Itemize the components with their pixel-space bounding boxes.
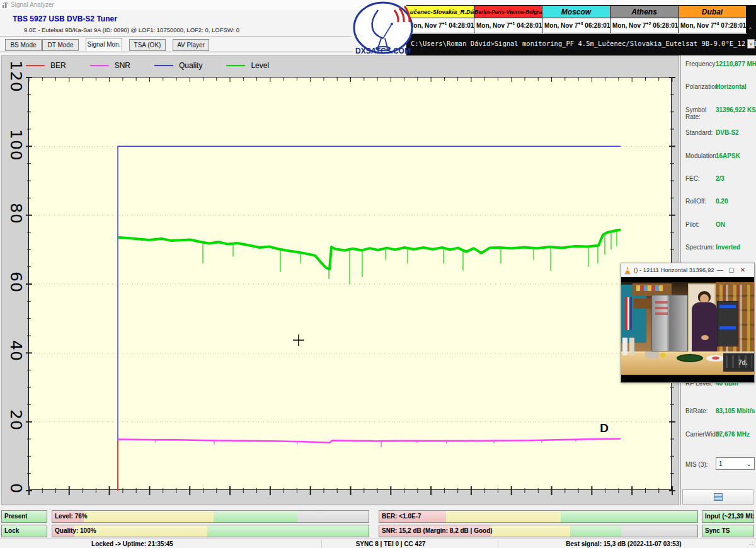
clock-date: Mon, Nov 7	[612, 22, 646, 29]
sync-status: SYNC 8 | TEI 0 | CC 427	[321, 540, 460, 547]
video-window-titlebar[interactable]: () - 12111 Horizontal 31396,92... — ▢ ✕	[621, 263, 754, 277]
chef-body	[692, 302, 717, 353]
bar-label: Lock	[4, 527, 19, 534]
chef-hands	[701, 335, 709, 340]
video-frame[interactable]: 7d.	[621, 277, 754, 382]
clock-cell: Dubai Mon, Nov 7 +4 07:28:01	[679, 5, 747, 33]
parameter-rows: Frequency: 12110,877 MHz Polarization: H…	[681, 60, 756, 267]
clock-hms: 05:28:01	[653, 22, 678, 29]
clock-city-label: Berlin-Paris-Vienna-Belgrade	[474, 6, 542, 18]
y-axis-tick-label: 100	[7, 129, 25, 161]
bar-label: Sync TS	[705, 527, 730, 534]
tab[interactable]: BS Mode	[5, 39, 42, 51]
header: TBS 5927 USB DVB-S2 Tuner 9.0E - Eutelsa…	[0, 9, 756, 55]
tab[interactable]: TSA (OK)	[129, 39, 166, 51]
y-axis-tick-label: 60	[7, 271, 25, 293]
clock-city-label: Moscow	[542, 6, 610, 18]
scroll-up-icon[interactable]: ^	[749, 26, 752, 31]
y-axis-tick-label: 80	[7, 203, 25, 224]
bar-segment-green	[561, 511, 697, 522]
clock-date: Mon, Nov 7	[476, 22, 510, 29]
best-signal-status: Best signal: 15,3 dB (2022-11-07 03:53)	[498, 540, 750, 547]
parameter-label: Pilot:	[685, 221, 716, 230]
tab-bar-underline	[0, 52, 353, 52]
legend-line-swatch	[226, 65, 245, 66]
clock-cell: Lučenec-Slovakia_R.Dávid Mon, Nov 7 +1 0…	[406, 5, 474, 33]
clock-time: Mon, Nov 7 +2 05:28:01	[610, 18, 678, 33]
legend-line-swatch	[26, 65, 45, 66]
parameter-label: RollOff:	[685, 198, 716, 207]
clock-hms: 06:28:01	[585, 22, 610, 29]
chart-legend: BER SNR Quality Level	[26, 61, 293, 70]
bar-segment-green	[207, 525, 369, 537]
clock-time: Mon, Nov 7 +3 06:28:01	[542, 18, 610, 33]
chevron-down-icon: ⌄	[747, 460, 752, 467]
parameter-value: Horizontal	[716, 83, 747, 92]
close-button[interactable]: ✕	[737, 266, 748, 273]
bar-label: Present	[4, 513, 28, 520]
clock-time: Mon, Nov 7 +4 07:28:01	[679, 18, 746, 33]
dxsatcs-logo: DXSATCS.COM	[352, 1, 415, 57]
chevron-down-icon[interactable]: v	[747, 39, 755, 49]
bar-label: Level: 76%	[55, 513, 88, 520]
clock-cell: Athens Mon, Nov 7 +2 05:28:01	[610, 5, 679, 33]
tab[interactable]: DT Mode	[42, 39, 79, 51]
header-divider	[0, 36, 352, 37]
legend-item: SNR	[90, 61, 130, 70]
legend-line-swatch	[90, 65, 109, 66]
clock-utc-offset: +4	[714, 21, 719, 26]
command-prompt-titlebar: C:\Users\Roman Dávid>Signal monitoring_P…	[406, 34, 756, 55]
bar-label: BER: <1.0E-7	[382, 513, 421, 520]
mis-select[interactable]: 1 ⌄	[716, 457, 755, 470]
parameter-value: 0.20	[716, 198, 728, 207]
clock-date: Mon, Nov 7	[544, 22, 578, 29]
uptime-status: Locked -> Uptime: 21:35:45	[0, 540, 265, 547]
sync-ts-bar: Sync TS	[702, 525, 754, 537]
bottles	[622, 338, 636, 355]
parameter-value: 16APSK	[716, 152, 740, 161]
bar-segment-gray	[297, 511, 369, 522]
input-bar: Input (~21,39 Mbps)	[702, 510, 754, 523]
tuner-name: TBS 5927 USB DVB-S2 Tuner	[13, 14, 117, 23]
clock-utc-offset: +1	[442, 21, 447, 26]
parameter-label: Polarization:	[685, 83, 716, 92]
command-prompt-title: C:\Users\Roman Dávid>Signal monitoring_P…	[411, 40, 756, 47]
resize-grip[interactable]: .:	[750, 540, 755, 546]
parameter-value: 2/3	[716, 175, 724, 184]
minimize-button[interactable]: —	[714, 266, 726, 273]
video-player-window: () - 12111 Horizontal 31396,92... — ▢ ✕	[621, 263, 755, 383]
parameter-row: Symbol Rate: 31396,922 KS/s	[681, 106, 756, 115]
food-red	[712, 357, 719, 360]
y-axis-tick-label: 40	[7, 340, 25, 362]
letterbox-bottom	[621, 375, 754, 382]
legend-item: Level	[226, 61, 269, 70]
bar-segment-green	[214, 511, 297, 522]
tab[interactable]: AV Player	[173, 39, 209, 51]
towel	[625, 297, 632, 330]
parameter-value: 31396,922 KS/s	[716, 106, 756, 115]
bar-segment-yellow	[446, 511, 561, 522]
legend-label: Level	[251, 61, 269, 70]
clock-hms: 04:28:01	[449, 22, 474, 29]
parameter-row: Pilot: ON	[681, 221, 756, 230]
maximize-button[interactable]: ▢	[726, 266, 737, 273]
service-list-button[interactable]	[682, 489, 753, 505]
parameter-label: Frequency:	[685, 60, 716, 69]
signal-plot[interactable]: D	[28, 77, 672, 490]
quality-bar: Quality: 100%	[52, 525, 369, 537]
present-bar: Present	[1, 510, 47, 523]
y-axis-tick-label: 20	[7, 409, 25, 431]
clock-time: Mon, Nov 7 +1 04:28:01	[474, 18, 542, 33]
clock-hms: 07:28:01	[721, 22, 746, 29]
parameter-label: Spectrum:	[685, 244, 716, 253]
fridge-magnets	[655, 301, 668, 317]
legend-label: SNR	[115, 61, 130, 70]
parameter-row: RollOff: 0.20	[681, 198, 756, 207]
lemon	[660, 353, 666, 358]
world-clocks: Lučenec-Slovakia_R.Dávid Mon, Nov 7 +1 0…	[406, 5, 747, 33]
chart-panel: BER SNR Quality Level 020406080100120	[1, 55, 679, 505]
parameter-value: DVB-S2	[716, 129, 739, 138]
legend-line-swatch	[154, 65, 173, 66]
bar-segment-yellow	[84, 511, 214, 522]
tab[interactable]: Signal Mon.	[86, 38, 122, 51]
